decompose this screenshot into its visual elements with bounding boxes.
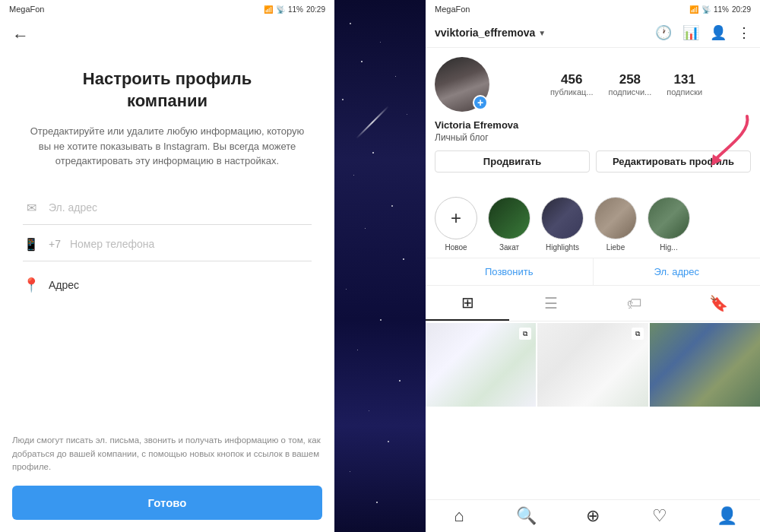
- add-story-badge[interactable]: +: [473, 95, 488, 110]
- nav-search[interactable]: 🔍: [492, 506, 559, 526]
- highlight-label-new: Новое: [445, 243, 467, 252]
- followers-count: 258: [619, 72, 641, 87]
- location-icon: 📍: [23, 277, 40, 293]
- email-placeholder: Эл. адрес: [49, 201, 97, 214]
- multi-photo-icon-1: ⧉: [519, 328, 531, 340]
- search-icon: 🔍: [516, 506, 537, 526]
- highlight-label-extra: Hig...: [660, 243, 677, 252]
- phone-prefix: +7: [49, 238, 61, 250]
- phone-placeholder: Номер телефона: [70, 238, 154, 250]
- add-user-icon[interactable]: 👤: [710, 24, 727, 41]
- home-icon: ⌂: [454, 506, 464, 526]
- nav-home[interactable]: ⌂: [426, 506, 492, 526]
- contact-buttons: Позвонить Эл. адрес: [426, 258, 760, 286]
- instagram-header: vviktoria_effremova ▼ 🕐 📊 👤 ⋮: [426, 18, 760, 48]
- bottom-note: Люди смогут писать эл. письма, звонить и…: [0, 422, 334, 473]
- page-description: Отредактируйте или удалите любую информа…: [23, 124, 312, 169]
- avatar-wrap: +: [435, 57, 489, 112]
- chevron-down-icon[interactable]: ▼: [538, 29, 546, 37]
- action-buttons: Продвигать Редактировать профиль: [435, 150, 751, 173]
- posts-label: публикац...: [550, 87, 594, 97]
- profile-top: + 456 публикац... 258 подписчи... 131 по…: [435, 57, 751, 112]
- posts-count: 456: [561, 72, 582, 87]
- time-left: 20:29: [306, 5, 325, 14]
- carrier-left: MegaFon: [9, 5, 44, 14]
- following-label: подписки: [667, 87, 702, 97]
- add-icon: ⊕: [586, 506, 600, 526]
- stats-row: 456 публикац... 258 подписчи... 131 подп…: [502, 72, 751, 97]
- status-icons-right: 📶 📡 11% 20:29: [689, 5, 751, 14]
- username: vviktoria_effremova: [435, 27, 535, 39]
- time-right: 20:29: [732, 5, 751, 14]
- tag-icon: 🏷: [627, 295, 642, 312]
- username-row: vviktoria_effremova ▼: [435, 27, 649, 39]
- profile-actions-wrap: Продвигать Редактировать профиль: [435, 150, 751, 173]
- promote-button[interactable]: Продвигать: [435, 150, 590, 173]
- multi-photo-icon-2: ⧉: [632, 328, 644, 340]
- highlights-row: + Новое Закат Highlights Liebe Hig...: [426, 191, 760, 258]
- profile-name: Victoria Efremova: [435, 119, 751, 131]
- highlight-label-highlights: Highlights: [546, 243, 579, 252]
- more-icon[interactable]: ⋮: [737, 24, 751, 41]
- photo-cell-1[interactable]: ⧉: [426, 323, 536, 407]
- status-bar-left: MegaFon 📶 📡 11% 20:29: [0, 0, 334, 18]
- highlight-extra[interactable]: Hig...: [648, 197, 690, 252]
- highlight-circle-new: +: [435, 197, 477, 239]
- battery-left: 11%: [288, 5, 303, 14]
- signal-icon: 📶: [264, 5, 273, 14]
- nav-add[interactable]: ⊕: [559, 506, 626, 526]
- photo-cell-3[interactable]: [650, 323, 760, 407]
- profile-bio: Личный блог: [435, 132, 751, 143]
- header-icons: 🕐 📊 👤 ⋮: [655, 24, 751, 41]
- tab-list[interactable]: ☰: [509, 286, 593, 321]
- highlight-circle-zakat: [488, 197, 530, 239]
- nav-heart[interactable]: ♡: [626, 506, 693, 526]
- tab-saved[interactable]: 🔖: [676, 286, 760, 321]
- right-panel: MegaFon 📶 📡 11% 20:29 vviktoria_effremov…: [426, 0, 760, 532]
- add-highlight-icon: +: [451, 207, 461, 229]
- heart-icon: ♡: [652, 506, 667, 526]
- tab-grid[interactable]: ⊞: [426, 286, 509, 321]
- wifi-icon-right: 📡: [701, 5, 711, 14]
- back-button[interactable]: ←: [12, 26, 29, 46]
- history-icon[interactable]: 🕐: [655, 24, 672, 41]
- address-field[interactable]: 📍 Адрес: [23, 264, 312, 306]
- address-label: Адрес: [49, 279, 79, 291]
- ready-button[interactable]: Готово: [12, 486, 322, 520]
- photo-cell-2[interactable]: ⧉: [537, 323, 648, 407]
- wifi-icon: 📡: [276, 5, 285, 14]
- shooting-star: [356, 106, 389, 139]
- profile-icon: 👤: [717, 506, 737, 526]
- following-count: 131: [674, 72, 695, 87]
- highlight-zakat[interactable]: Закат: [488, 197, 530, 252]
- email-field[interactable]: ✉ Эл. адрес: [23, 192, 312, 225]
- highlight-label-zakat: Закат: [499, 243, 519, 252]
- middle-divider: [334, 0, 426, 532]
- stats-icon[interactable]: 📊: [682, 24, 699, 41]
- page-title: Настроить профиль компании: [23, 68, 312, 112]
- highlight-highlights[interactable]: Highlights: [541, 197, 584, 252]
- call-button[interactable]: Позвонить: [426, 258, 593, 285]
- status-bar-right: MegaFon 📶 📡 11% 20:29: [426, 0, 760, 18]
- carrier-right: MegaFon: [435, 5, 470, 14]
- stat-followers: 258 подписчи...: [609, 72, 652, 97]
- email-icon: ✉: [23, 201, 40, 215]
- highlight-new[interactable]: + Новое: [435, 197, 477, 252]
- highlight-liebe[interactable]: Liebe: [594, 197, 637, 252]
- highlight-circle-liebe: [594, 197, 637, 239]
- nav-profile[interactable]: 👤: [693, 506, 760, 526]
- photo-grid: ⧉ ⧉: [426, 321, 760, 499]
- bookmark-icon: 🔖: [709, 294, 728, 312]
- bottom-nav: ⌂ 🔍 ⊕ ♡ 👤: [426, 499, 760, 532]
- highlight-label-liebe: Liebe: [606, 243, 625, 252]
- battery-right: 11%: [714, 5, 729, 14]
- grid-icon: ⊞: [461, 293, 474, 312]
- stat-posts: 456 публикац...: [550, 72, 594, 97]
- highlight-circle-highlights: [541, 197, 584, 239]
- profile-section: + 456 публикац... 258 подписчи... 131 по…: [426, 48, 760, 191]
- tab-tagged[interactable]: 🏷: [593, 286, 676, 321]
- email-contact-button[interactable]: Эл. адрес: [593, 258, 761, 285]
- back-bar: ←: [0, 18, 334, 53]
- left-panel: MegaFon 📶 📡 11% 20:29 ← Настроить профил…: [0, 0, 334, 532]
- phone-field[interactable]: 📱 +7 Номер телефона: [23, 228, 312, 261]
